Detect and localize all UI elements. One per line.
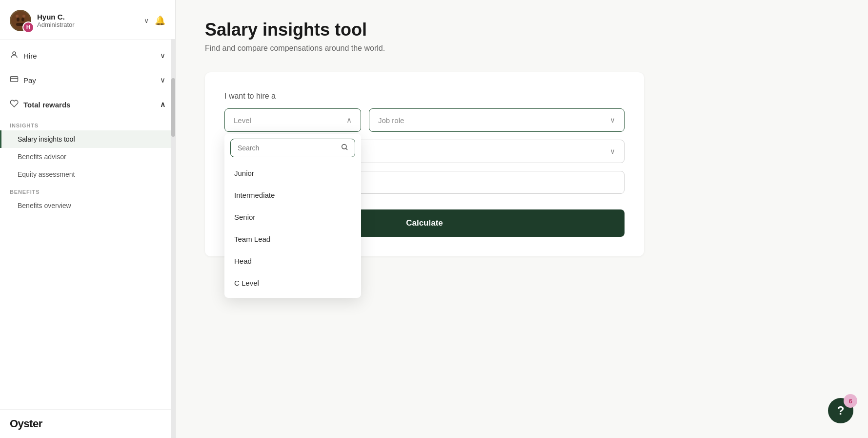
avatar: H [10,10,31,31]
level-placeholder: Level [234,116,251,125]
total-rewards-chevron-icon: ∧ [160,100,165,109]
level-dropdown: Junior Intermediate Senior Team Lead Hea… [224,134,361,298]
header-actions: ∨ 🔔 [144,15,165,26]
svg-point-4 [16,15,19,18]
sidebar-item-total-rewards[interactable]: Total rewards ∧ [0,92,175,117]
sidebar-pay-label: Pay [23,76,36,84]
svg-point-5 [22,15,25,18]
pay-chevron-icon: ∨ [160,76,165,84]
salary-form-card: I want to hire a Level ∧ Job role ∨ [205,72,644,256]
help-question-mark: ? [837,404,845,417]
job-role-chevron-icon: ∨ [610,116,615,125]
sidebar-scrollbar-track[interactable] [171,39,175,438]
avatar-initial: H [22,21,34,33]
pay-icon [10,75,19,85]
user-name: Hyun C. [37,13,138,21]
svg-point-1 [17,18,20,21]
svg-line-10 [346,148,347,150]
level-option-junior[interactable]: Junior [224,162,361,184]
user-role: Administrator [37,21,138,28]
level-option-head[interactable]: Head [224,250,361,272]
job-role-placeholder: Job role [378,116,404,125]
main-content: Salary insights tool Find and compare co… [176,0,868,438]
sidebar-item-equity-assessment[interactable]: Equity assessment [0,166,175,183]
sidebar-total-rewards-label: Total rewards [23,101,70,109]
sidebar: H Hyun C. Administrator ∨ 🔔 Hire ∨ [0,0,176,438]
user-menu-button[interactable]: ∨ [144,17,149,24]
benefits-section-label: BENEFITS [0,183,175,197]
hire-chevron-icon: ∨ [160,51,165,60]
svg-point-6 [13,52,16,55]
dropdown-search-container [224,134,361,162]
sidebar-nav: Hire ∨ Pay ∨ [0,40,175,409]
sidebar-header: H Hyun C. Administrator ∨ 🔔 [0,0,175,40]
sidebar-item-pay[interactable]: Pay ∨ [0,68,175,92]
hire-icon [10,50,19,61]
level-select[interactable]: Level ∧ [224,108,361,132]
sidebar-item-hire[interactable]: Hire ∨ [0,43,175,68]
search-icon [341,143,348,153]
user-info: Hyun C. Administrator [37,13,138,28]
level-chevron-up-icon: ∧ [346,116,352,125]
notifications-button[interactable]: 🔔 [155,15,165,26]
oyster-logo: Oyster [10,417,165,430]
level-option-intermediate[interactable]: Intermediate [224,184,361,206]
page-subtitle: Find and compare compensations around th… [205,44,839,53]
job-role-select[interactable]: Job role ∨ [369,108,625,132]
svg-point-2 [21,18,24,21]
insights-section-label: INSIGHTS [0,117,175,130]
svg-rect-7 [11,77,18,82]
sidebar-item-benefits-advisor[interactable]: Benefits advisor [0,148,175,166]
sidebar-item-benefits-overview[interactable]: Benefits overview [0,197,175,214]
sidebar-hire-label: Hire [23,52,37,60]
level-search-input[interactable] [230,139,355,157]
hire-label: I want to hire a [224,92,625,101]
total-rewards-icon [10,99,19,110]
level-option-senior[interactable]: Senior [224,206,361,228]
help-notification-count: 6 [844,394,857,408]
level-option-team-lead[interactable]: Team Lead [224,228,361,250]
sidebar-item-salary-insights-tool[interactable]: Salary insights tool [0,130,175,148]
form-row-level-jobrole: Level ∧ Job role ∨ [224,108,625,132]
help-badge: ? 6 [828,398,853,423]
sidebar-footer: Oyster [0,409,175,438]
level-option-c-level[interactable]: C Level [224,272,361,294]
page-title: Salary insights tool [205,20,839,40]
help-button[interactable]: ? 6 [828,398,853,423]
country-chevron-icon: ∨ [610,147,615,156]
svg-point-9 [342,145,346,149]
sidebar-scrollbar-thumb[interactable] [171,78,175,137]
